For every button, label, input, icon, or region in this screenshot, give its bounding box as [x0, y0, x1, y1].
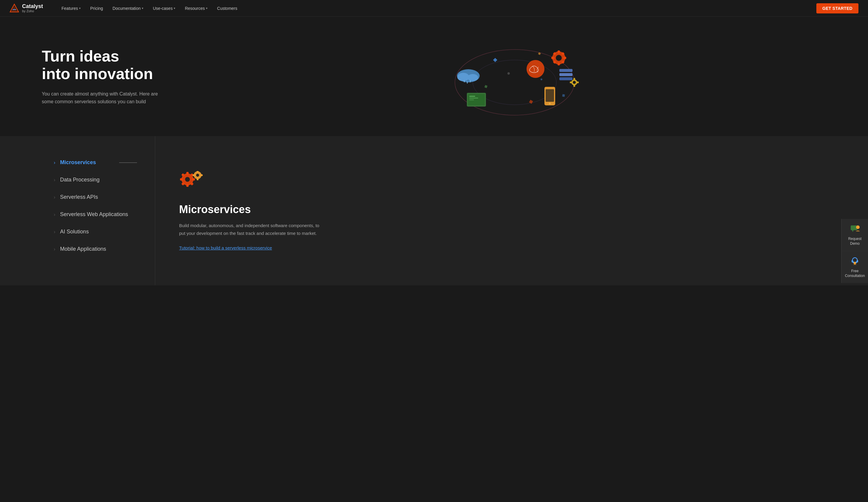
usecase-item-serverless-web[interactable]: › Serverless Web Applications	[54, 206, 137, 223]
detail-link[interactable]: Tutorial: how to build a serverless micr…	[179, 245, 844, 250]
chevron-down-icon: ▾	[79, 7, 81, 10]
demo-icon	[849, 223, 860, 234]
svg-rect-9	[467, 81, 468, 84]
chevron-down-icon: ▾	[174, 7, 175, 10]
usecase-label: Serverless APIs	[60, 194, 98, 200]
hero-section: Turn ideasinto innovation You can create…	[0, 17, 868, 136]
catalyst-logo-icon	[10, 3, 19, 13]
svg-rect-26	[574, 84, 575, 87]
nav-features[interactable]: Features ▾	[57, 3, 85, 13]
consultation-icon	[849, 256, 860, 267]
nav-customers[interactable]: Customers	[213, 3, 241, 13]
nav-documentation[interactable]: Documentation ▾	[108, 3, 147, 13]
chevron-right-icon: ›	[54, 160, 55, 165]
svg-rect-59	[197, 178, 198, 180]
svg-point-6	[457, 73, 469, 81]
svg-rect-66	[851, 260, 853, 263]
nav-resources[interactable]: Resources ▾	[180, 3, 211, 13]
svg-point-68	[854, 262, 856, 264]
usecase-detail: Microservices Build modular, autonomous,…	[155, 136, 868, 285]
svg-rect-50	[180, 178, 183, 180]
svg-rect-27	[570, 82, 572, 83]
svg-rect-31	[558, 50, 560, 53]
get-started-button[interactable]: GET STARTED	[816, 3, 858, 13]
usecase-label: Data Processing	[60, 177, 100, 183]
usecase-item-data-processing[interactable]: › Data Processing	[54, 171, 137, 189]
usecase-label: Serverless Web Applications	[60, 211, 128, 218]
usecase-label: Microservices	[60, 159, 96, 166]
usecase-item-mobile[interactable]: › Mobile Applications	[54, 241, 137, 258]
svg-rect-18	[546, 89, 554, 102]
orbit-illustration	[437, 35, 592, 118]
svg-point-7	[467, 74, 478, 81]
usecase-item-serverless-apis[interactable]: › Serverless APIs	[54, 189, 137, 206]
hero-description: You can create almost anything with Cata…	[42, 90, 167, 105]
svg-rect-51	[192, 178, 195, 180]
detail-title: Microservices	[179, 203, 844, 216]
svg-rect-33	[551, 57, 554, 59]
chevron-down-icon: ▾	[206, 7, 207, 10]
logo[interactable]: Catalyst by Zoho	[10, 3, 43, 13]
logo-text: Catalyst by Zoho	[22, 3, 43, 13]
hero-illustration	[185, 35, 844, 118]
svg-rect-58	[197, 171, 198, 172]
nav-usecases[interactable]: Use-cases ▾	[149, 3, 179, 13]
logo-sub: by Zoho	[22, 9, 43, 13]
svg-point-19	[549, 103, 551, 104]
gears-icon	[179, 171, 206, 195]
svg-rect-32	[558, 62, 560, 65]
svg-point-47	[185, 177, 190, 182]
svg-rect-21	[559, 73, 572, 76]
request-demo-button[interactable]: RequestDemo	[841, 219, 868, 251]
svg-rect-42	[562, 94, 565, 97]
free-consultation-button[interactable]: FreeConsultation	[841, 251, 868, 283]
chevron-right-icon: ›	[54, 229, 55, 234]
svg-rect-39	[493, 58, 497, 62]
svg-rect-20	[559, 69, 572, 72]
detail-description: Build modular, autonomous, and independe…	[179, 222, 322, 237]
svg-point-57	[196, 174, 199, 177]
svg-point-30	[556, 55, 562, 61]
svg-rect-28	[576, 82, 579, 83]
svg-rect-16	[469, 100, 474, 100]
chevron-right-icon: ›	[54, 195, 55, 200]
svg-rect-41	[484, 85, 487, 88]
svg-marker-63	[852, 230, 854, 232]
svg-rect-48	[186, 172, 189, 175]
floating-sidebar: RequestDemo FreeConsultation	[841, 219, 868, 283]
svg-rect-22	[559, 77, 572, 80]
chevron-right-icon: ›	[54, 247, 55, 252]
chevron-right-icon: ›	[54, 177, 55, 182]
detail-icon	[179, 171, 844, 196]
svg-rect-61	[200, 174, 203, 176]
usecase-label: Mobile Applications	[60, 246, 106, 252]
usecase-item-microservices[interactable]: › Microservices	[54, 154, 137, 171]
svg-rect-10	[470, 80, 471, 82]
separator	[119, 163, 137, 163]
svg-rect-34	[563, 57, 566, 59]
main-section: › Microservices › Data Processing › Serv…	[0, 136, 868, 285]
usecase-list: › Microservices › Data Processing › Serv…	[0, 136, 155, 285]
svg-rect-8	[464, 80, 465, 82]
hero-title: Turn ideasinto innovation	[42, 48, 185, 83]
nav-links: Features ▾ Pricing Documentation ▾ Use-c…	[57, 3, 816, 13]
navbar: Catalyst by Zoho Features ▾ Pricing Docu…	[0, 0, 868, 17]
svg-point-65	[852, 258, 857, 263]
usecase-label: AI Solutions	[60, 229, 89, 235]
chevron-down-icon: ▾	[142, 7, 143, 10]
svg-point-64	[856, 225, 860, 229]
svg-rect-60	[193, 174, 195, 176]
svg-point-11	[527, 60, 545, 78]
free-consultation-label: FreeConsultation	[845, 269, 865, 279]
hero-text: Turn ideasinto innovation You can create…	[42, 48, 185, 106]
svg-rect-49	[186, 184, 189, 187]
svg-rect-14	[469, 96, 475, 97]
logo-name: Catalyst	[22, 3, 43, 10]
nav-pricing[interactable]: Pricing	[86, 3, 107, 13]
svg-point-45	[540, 79, 542, 80]
usecase-item-ai-solutions[interactable]: › AI Solutions	[54, 223, 137, 241]
svg-rect-67	[857, 260, 858, 263]
request-demo-label: RequestDemo	[848, 237, 862, 246]
chevron-right-icon: ›	[54, 212, 55, 217]
svg-rect-15	[469, 97, 478, 98]
